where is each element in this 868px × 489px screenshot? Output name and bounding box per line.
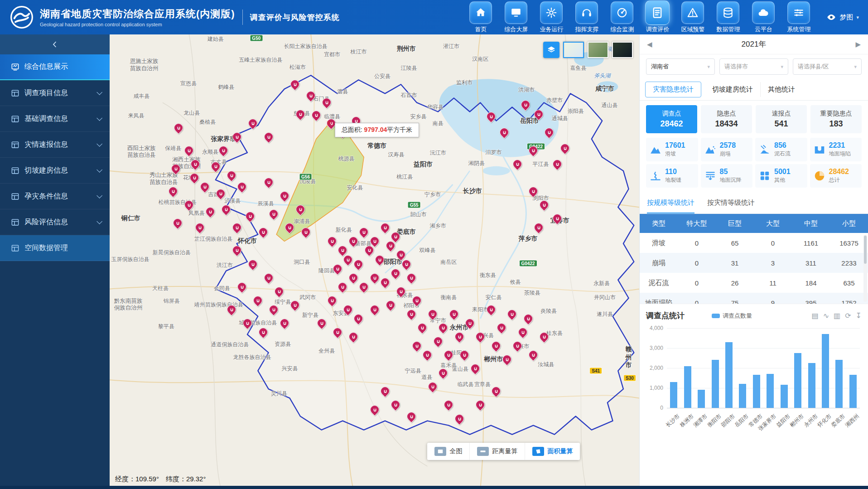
hazard-marker[interactable]: ∪	[349, 237, 358, 246]
hazard-marker[interactable]: ∪	[444, 400, 453, 409]
hazard-marker[interactable]: ∪	[232, 246, 241, 255]
hazard-marker[interactable]: ∪	[529, 350, 538, 359]
hazard-marker[interactable]: ∪	[365, 246, 374, 255]
nav-cloud[interactable]: 云平台	[747, 1, 779, 34]
hazard-marker[interactable]: ∪	[375, 255, 384, 264]
hazard-marker[interactable]: ∪	[407, 412, 416, 421]
hazard-marker[interactable]: ∪	[476, 400, 485, 409]
hazard-marker[interactable]: ∪	[487, 112, 496, 121]
hazard-marker[interactable]: ∪	[354, 260, 363, 269]
hazard-marker[interactable]: ∪	[540, 332, 549, 341]
hazard-marker[interactable]: ∪	[507, 310, 516, 319]
stat-card[interactable]: 速报点541	[756, 105, 807, 133]
level-tab[interactable]: 按灾情等级统计	[707, 193, 755, 213]
hazard-marker[interactable]: ∪	[370, 237, 379, 246]
hazard-marker[interactable]: ∪	[219, 146, 228, 155]
hazard-marker[interactable]: ∪	[296, 110, 305, 119]
level-tab[interactable]: 按规模等级统计	[647, 193, 694, 213]
hazard-marker[interactable]: ∪	[264, 178, 273, 187]
hazard-marker[interactable]: ∪	[306, 91, 315, 100]
hazard-marker[interactable]: ∪	[343, 255, 352, 264]
nav-radar[interactable]: 综合监测	[606, 1, 638, 34]
hazard-marker[interactable]: ∪	[521, 100, 530, 109]
next-year-button[interactable]: ▶	[855, 40, 861, 48]
hazard-marker[interactable]: ∪	[381, 278, 390, 287]
hazard-marker[interactable]: ∪	[455, 414, 464, 423]
hazard-marker[interactable]: ∪	[518, 328, 527, 337]
hazard-marker[interactable]: ∪	[338, 246, 347, 255]
hazard-marker[interactable]: ∪	[386, 241, 395, 250]
bar-toggle-icon[interactable]: ▥	[834, 312, 840, 320]
basemap-thumb-vector[interactable]	[563, 42, 584, 58]
hazard-marker[interactable]: ∪	[275, 287, 284, 296]
stat-tab[interactable]: 其他统计	[761, 82, 802, 97]
stat-tab[interactable]: 灾害隐患统计	[645, 82, 701, 97]
hazard-marker[interactable]: ∪	[439, 368, 448, 378]
hazard-marker[interactable]: ∪	[280, 191, 289, 200]
hazard-marker[interactable]: ∪	[222, 205, 231, 214]
hazard-marker[interactable]: ∪	[370, 405, 379, 414]
hazard-marker[interactable]: ∪	[248, 260, 257, 269]
hazard-marker[interactable]: ∪	[317, 319, 326, 328]
hazard-marker[interactable]: ∪	[333, 328, 342, 337]
hazard-marker[interactable]: ∪	[471, 364, 480, 373]
hazard-marker[interactable]: ∪	[391, 269, 400, 278]
hazard-marker[interactable]: ∪	[338, 282, 347, 291]
hazard-marker[interactable]: ∪	[269, 209, 278, 218]
hazard-marker[interactable]: ∪	[227, 171, 236, 180]
hazard-marker[interactable]: ∪	[232, 132, 241, 141]
region-select-2[interactable]: 请选择县/区▾	[793, 58, 862, 75]
hazard-marker[interactable]: ∪	[259, 328, 268, 337]
hazard-marker[interactable]: ∪	[206, 207, 215, 216]
hazard-marker[interactable]: ∪	[465, 319, 474, 328]
hazard-marker[interactable]: ∪	[359, 282, 368, 291]
download-icon[interactable]: ↧	[856, 312, 862, 320]
sidebar-item[interactable]: 切坡建房信息	[0, 158, 110, 184]
nav-gear[interactable]: 业务运行	[535, 1, 567, 34]
hazard-marker[interactable]: ∪	[264, 132, 273, 141]
hazard-marker[interactable]: ∪	[290, 300, 299, 310]
hazard-marker[interactable]: ∪	[200, 182, 209, 191]
hazard-marker[interactable]: ∪	[343, 305, 352, 314]
hazard-marker[interactable]: ∪	[285, 223, 294, 232]
hazard-marker[interactable]: ∪	[237, 182, 246, 191]
hazard-marker[interactable]: ∪	[195, 223, 204, 232]
map-tool-fullmap[interactable]: 全图	[427, 443, 470, 460]
nav-system[interactable]: 系统管理	[783, 1, 815, 34]
hazard-marker[interactable]: ∪	[524, 314, 533, 323]
hazard-marker[interactable]: ∪	[513, 341, 522, 350]
hazard-marker[interactable]: ∪	[460, 350, 469, 359]
hazard-marker[interactable]: ∪	[237, 282, 246, 291]
hazard-marker[interactable]: ∪	[407, 273, 416, 282]
hazard-marker[interactable]: ∪	[560, 144, 569, 153]
hazard-marker[interactable]: ∪	[534, 223, 543, 232]
hazard-marker[interactable]: ∪	[232, 223, 241, 232]
nav-home[interactable]: 首页	[465, 1, 497, 34]
line-toggle-icon[interactable]: ∿	[823, 312, 829, 320]
hazard-marker[interactable]: ∪	[418, 323, 427, 332]
user-menu[interactable]: 梦图 ▾	[826, 12, 859, 22]
hazard-marker[interactable]: ∪	[381, 387, 390, 396]
nav-screen[interactable]: 综合大屏	[500, 1, 532, 34]
hazard-marker[interactable]: ∪	[476, 332, 485, 341]
hazard-marker[interactable]: ∪	[184, 146, 193, 155]
hazard-marker[interactable]: ∪	[296, 205, 305, 214]
hazard-marker[interactable]: ∪	[423, 350, 432, 359]
hazard-marker[interactable]: ∪	[444, 350, 453, 359]
hazard-marker[interactable]: ∪	[449, 310, 458, 319]
sidebar-item[interactable]: 基础调查信息	[0, 106, 110, 132]
hazard-marker[interactable]: ∪	[246, 212, 255, 221]
hazard-marker[interactable]: ∪	[513, 160, 522, 169]
stat-card[interactable]: 重要隐患点183	[810, 105, 862, 133]
nav-database[interactable]: 数据管理	[712, 1, 744, 34]
hazard-marker[interactable]: ∪	[370, 273, 379, 282]
nav-alert[interactable]: 区域预警	[677, 1, 709, 34]
hazard-marker[interactable]: ∪	[253, 296, 262, 305]
nav-headset[interactable]: 指挥支撑	[571, 1, 603, 34]
hazard-marker[interactable]: ∪	[428, 310, 437, 319]
hazard-marker[interactable]: ∪	[487, 305, 496, 314]
hazard-marker[interactable]: ∪	[402, 260, 411, 269]
map-tool-area[interactable]: 面积量算	[525, 443, 580, 460]
sidebar-item[interactable]: 风险评估信息	[0, 209, 110, 235]
hazard-marker[interactable]: ∪	[502, 355, 511, 364]
